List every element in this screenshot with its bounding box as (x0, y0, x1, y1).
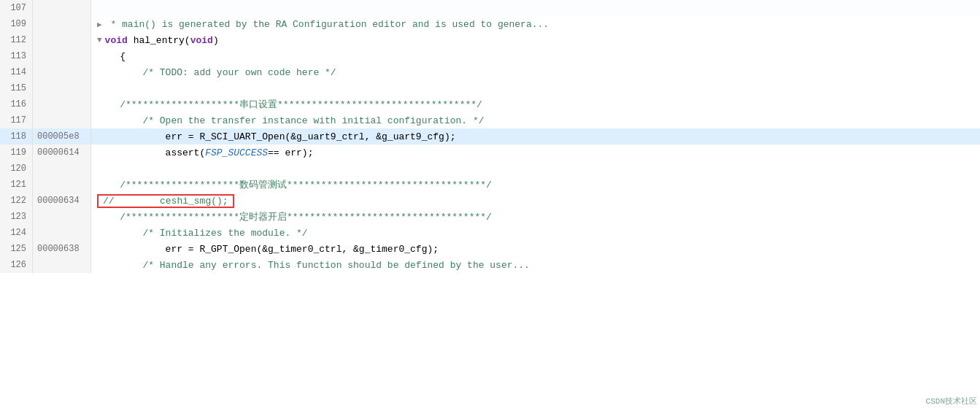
timer-comment: /********************定时器开启**************… (97, 210, 492, 223)
paren-close: ) (213, 35, 219, 46)
code-editor: 107 109 ▶ * main() is generated by the R… (0, 0, 980, 408)
function-name: hal_entry( (128, 35, 190, 46)
table-row: 119 00000614 assert(FSP_SUCCESS == err); (0, 145, 980, 161)
table-row: 109 ▶ * main() is generated by the RA Co… (0, 16, 980, 32)
open-transfer-comment: /* Open the transfer instance with initi… (97, 115, 485, 126)
address-cell (33, 16, 91, 32)
line-number: 118 (0, 128, 33, 145)
table-row: 116 /********************串口设置***********… (0, 96, 980, 112)
serial-comment: /********************串口设置***************… (97, 98, 482, 111)
table-row: 120 (0, 161, 980, 177)
table-row: 121 /********************数码管测试**********… (0, 177, 980, 193)
handle-errors-comment: /* Handle any errors. This function shou… (97, 260, 530, 271)
line-number: 123 (0, 209, 33, 225)
code-text: /* TODO: add your own code here */ (91, 64, 336, 80)
code-text (91, 161, 97, 177)
code-text: /* Open the transfer instance with initi… (91, 112, 485, 128)
line-number: 107 (0, 0, 33, 16)
line-number: 109 (0, 16, 33, 32)
line-number: 116 (0, 96, 33, 112)
line-number: 126 (0, 257, 33, 273)
line-number: 115 (0, 80, 33, 96)
code-text (91, 80, 97, 96)
code-text (91, 0, 97, 16)
code-text: err = R_SCI_UART_Open(&g_uart9_ctrl, &g_… (91, 128, 980, 145)
table-row: 115 (0, 80, 980, 96)
line-number: 119 (0, 145, 33, 161)
address-cell: 00000614 (33, 145, 91, 161)
line-number: 125 (0, 241, 33, 257)
address-cell: 00000638 (33, 241, 91, 257)
gpt-open-code: err = R_GPT_Open(&g_timer0_ctrl, &g_time… (97, 244, 439, 255)
keyword-void2: void (190, 35, 213, 46)
code-text: err = R_GPT_Open(&g_timer0_ctrl, &g_time… (91, 241, 439, 257)
address-cell (33, 48, 91, 64)
line-number: 114 (0, 64, 33, 80)
code-text: // ceshi_smg(); (91, 193, 234, 209)
address-cell (33, 32, 91, 48)
address-cell: 00000634 (33, 193, 91, 209)
address-cell (33, 257, 91, 273)
line-number: 122 (0, 193, 33, 209)
line-number: 124 (0, 225, 33, 241)
table-row: 114 /* TODO: add your own code here */ (0, 64, 980, 80)
address-cell (33, 161, 91, 177)
code-text: ▼ void hal_entry( void ) (91, 32, 219, 48)
table-row: 118 000005e8 err = R_SCI_UART_Open(&g_ua… (0, 128, 980, 145)
table-row: 125 00000638 err = R_GPT_Open(&g_timer0_… (0, 241, 980, 257)
keyword-void: void (105, 35, 128, 46)
code-text: { (91, 48, 126, 64)
uart-open-code: err = R_SCI_UART_Open(&g_uart9_ctrl, &g_… (97, 131, 455, 142)
line-number: 120 (0, 161, 33, 177)
address-cell (33, 177, 91, 193)
code-text: /* Handle any errors. This function shou… (91, 257, 530, 273)
address-cell (33, 209, 91, 225)
table-row: 122 00000634 // ceshi_smg(); (0, 193, 980, 209)
address-cell (33, 0, 91, 16)
collapse-icon[interactable]: ▼ (97, 36, 102, 45)
assert-rest: == err); (268, 147, 313, 158)
line-number: 117 (0, 112, 33, 128)
code-text: /********************定时器开启**************… (91, 209, 492, 225)
address-cell (33, 112, 91, 128)
table-row: 107 (0, 0, 980, 16)
line-number: 112 (0, 32, 33, 48)
code-text: assert(FSP_SUCCESS == err); (91, 145, 313, 161)
address-cell: 000005e8 (33, 128, 91, 145)
table-row: 117 /* Open the transfer instance with i… (0, 112, 980, 128)
open-brace: { (97, 51, 126, 62)
digit-tube-comment: /********************数码管测试**************… (97, 178, 492, 191)
code-text: ▶ * main() is generated by the RA Config… (91, 16, 549, 32)
code-text: /********************数码管测试**************… (91, 177, 492, 193)
table-row: 113 { (0, 48, 980, 64)
line-number: 113 (0, 48, 33, 64)
table-row: 123 /********************定时器开启**********… (0, 209, 980, 225)
line-number: 121 (0, 177, 33, 193)
collapse-icon[interactable]: ▶ (97, 20, 102, 29)
todo-comment: /* TODO: add your own code here */ (97, 67, 336, 78)
init-module-comment: /* Initializes the module. */ (97, 228, 308, 239)
code-text: /********************串口设置***************… (91, 96, 482, 112)
assert-code: assert( (97, 147, 205, 158)
comment-span: * main() is generated by the RA Configur… (105, 19, 549, 30)
address-cell (33, 64, 91, 80)
fsp-success: FSP_SUCCESS (205, 147, 268, 158)
table-row: 112 ▼ void hal_entry( void ) (0, 32, 980, 48)
table-row: 126 /* Handle any errors. This function … (0, 257, 980, 273)
boxed-comment-code: // ceshi_smg(); (97, 194, 234, 208)
address-cell (33, 80, 91, 96)
table-row: 124 /* Initializes the module. */ (0, 225, 980, 241)
address-cell (33, 225, 91, 241)
address-cell (33, 96, 91, 112)
code-text: /* Initializes the module. */ (91, 225, 308, 241)
